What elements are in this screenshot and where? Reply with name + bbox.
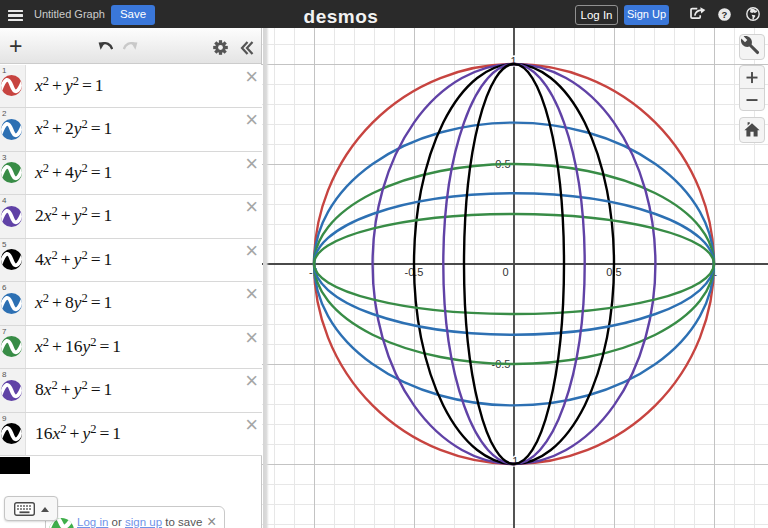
svg-text:?: ? — [722, 9, 728, 20]
svg-text:0: 0 — [502, 266, 508, 278]
